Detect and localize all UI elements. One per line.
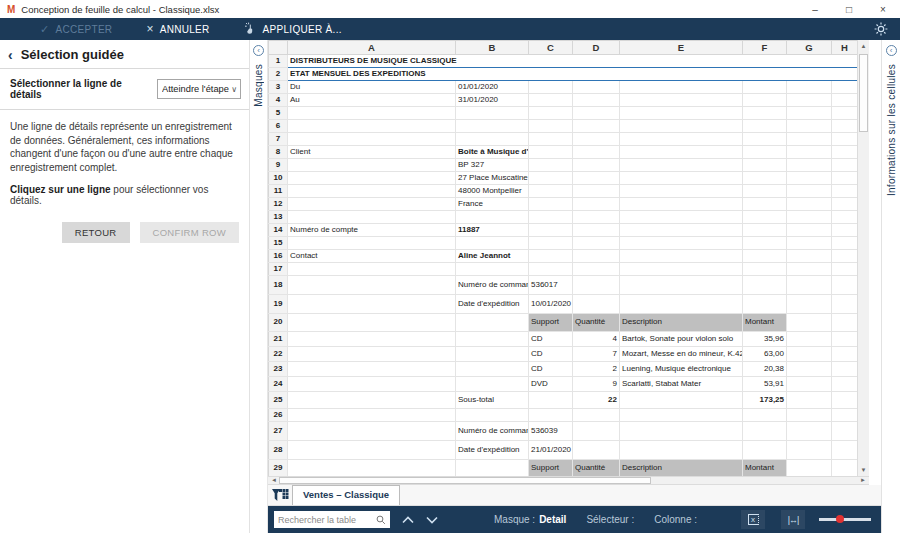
cell[interactable]	[743, 172, 787, 185]
excel-export-icon[interactable]: x	[741, 510, 765, 529]
cell[interactable]	[832, 250, 858, 263]
cell[interactable]: Contact	[288, 250, 456, 263]
cell[interactable]	[832, 295, 858, 314]
cell[interactable]: Numéro de compte	[288, 224, 456, 237]
cell[interactable]: Description	[620, 460, 743, 477]
cell[interactable]	[456, 237, 529, 250]
cell[interactable]	[832, 332, 858, 347]
cell[interactable]: Date d'expédition	[456, 295, 529, 314]
cell[interactable]	[288, 347, 456, 362]
cell[interactable]	[832, 224, 858, 237]
pin-icon[interactable]: ‹	[886, 45, 897, 56]
column-header[interactable]: A	[288, 41, 456, 55]
cell[interactable]	[456, 211, 529, 224]
cell[interactable]	[832, 159, 858, 172]
cell[interactable]	[529, 133, 573, 146]
row-header[interactable]: 16	[269, 250, 288, 263]
cell[interactable]	[832, 133, 858, 146]
cell[interactable]	[529, 146, 573, 159]
cell[interactable]	[620, 159, 743, 172]
select-all-corner[interactable]	[269, 41, 288, 55]
cell[interactable]	[743, 250, 787, 263]
scroll-right-icon[interactable]: ►	[858, 477, 868, 484]
cell[interactable]	[529, 263, 573, 276]
cell[interactable]	[832, 362, 858, 377]
cell[interactable]	[743, 295, 787, 314]
row-header[interactable]: 2	[269, 68, 288, 81]
row-header[interactable]: 26	[269, 409, 288, 422]
row-header[interactable]: 28	[269, 441, 288, 460]
cell[interactable]: Quantité	[573, 314, 620, 332]
cell[interactable]	[787, 211, 832, 224]
cell[interactable]	[832, 211, 858, 224]
cell[interactable]	[456, 133, 529, 146]
cell[interactable]	[787, 377, 832, 392]
cell[interactable]: Support	[529, 314, 573, 332]
cell[interactable]	[787, 314, 832, 332]
row-header[interactable]: 29	[269, 460, 288, 477]
cell[interactable]	[620, 224, 743, 237]
cell[interactable]	[620, 133, 743, 146]
cell[interactable]	[832, 185, 858, 198]
cell[interactable]	[620, 422, 743, 441]
sheet-row[interactable]: 1DISTRIBUTEURS DE MUSIQUE CLASSIQUE	[269, 55, 858, 68]
cell-info-tab[interactable]: Informations sur les cellules	[886, 64, 897, 196]
retour-button[interactable]: RETOUR	[62, 222, 130, 243]
cell[interactable]	[529, 120, 573, 133]
cell[interactable]	[529, 172, 573, 185]
confirm-row-button[interactable]: CONFIRM ROW	[140, 222, 239, 243]
scroll-left-icon[interactable]: ◄	[269, 477, 279, 484]
cell[interactable]	[832, 107, 858, 120]
cell[interactable]	[288, 276, 456, 295]
gear-icon[interactable]	[874, 22, 888, 36]
goto-step-dropdown[interactable]: Atteindre l'étape ∨	[157, 79, 241, 99]
cell[interactable]	[620, 146, 743, 159]
cell[interactable]	[787, 460, 832, 477]
sheet-row[interactable]: 26	[269, 409, 858, 422]
cell[interactable]: 9	[573, 377, 620, 392]
cell[interactable]: Numéro de commande	[456, 276, 529, 295]
cell[interactable]	[573, 237, 620, 250]
cell[interactable]: Date d'expédition	[456, 441, 529, 460]
cell[interactable]	[832, 94, 858, 107]
horizontal-scrollbar[interactable]: ◄ ►	[268, 476, 869, 485]
cell[interactable]	[787, 409, 832, 422]
cell[interactable]	[288, 441, 456, 460]
cell[interactable]	[743, 211, 787, 224]
column-header[interactable]: C	[529, 41, 573, 55]
cell[interactable]	[832, 409, 858, 422]
cell[interactable]	[573, 263, 620, 276]
cell[interactable]: 20,38	[743, 362, 787, 377]
sheet-row[interactable]: 20SupportQuantitéDescriptionMontant	[269, 314, 858, 332]
column-header[interactable]: F	[743, 41, 787, 55]
row-header[interactable]: 20	[269, 314, 288, 332]
column-header[interactable]: E	[620, 41, 743, 55]
sheet-row[interactable]: 12France	[269, 198, 858, 211]
cell[interactable]: 53,91	[743, 377, 787, 392]
zoom-slider[interactable]	[819, 518, 871, 521]
cell[interactable]	[620, 441, 743, 460]
cell[interactable]	[288, 237, 456, 250]
apply-to-button[interactable]: APPLIQUER À...	[244, 22, 342, 37]
cell[interactable]	[529, 224, 573, 237]
cell[interactable]	[743, 224, 787, 237]
cell[interactable]	[620, 81, 743, 94]
cell[interactable]	[743, 441, 787, 460]
cell[interactable]	[456, 460, 529, 477]
column-header[interactable]: H	[832, 41, 858, 55]
cell[interactable]	[288, 159, 456, 172]
sheet-row[interactable]: 8ClientBoîte à Musique d'Aline	[269, 146, 858, 159]
row-header[interactable]: 11	[269, 185, 288, 198]
cell[interactable]	[787, 347, 832, 362]
minimize-button[interactable]: –	[798, 4, 832, 15]
row-header[interactable]: 10	[269, 172, 288, 185]
cell[interactable]	[787, 441, 832, 460]
cell[interactable]	[832, 377, 858, 392]
cell[interactable]: 21/01/2020	[529, 441, 573, 460]
cell[interactable]: 173,25	[743, 392, 787, 409]
cell[interactable]: Sous-total	[456, 392, 529, 409]
cell[interactable]	[787, 146, 832, 159]
row-header[interactable]: 18	[269, 276, 288, 295]
cell[interactable]	[832, 198, 858, 211]
row-header[interactable]: 25	[269, 392, 288, 409]
